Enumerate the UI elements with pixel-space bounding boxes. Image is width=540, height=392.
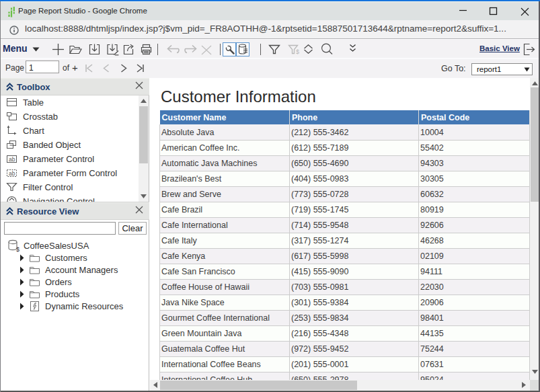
svg-text:$: $	[296, 48, 299, 54]
svg-text:ab: ab	[9, 170, 15, 177]
svg-text:ab: ab	[9, 156, 15, 163]
